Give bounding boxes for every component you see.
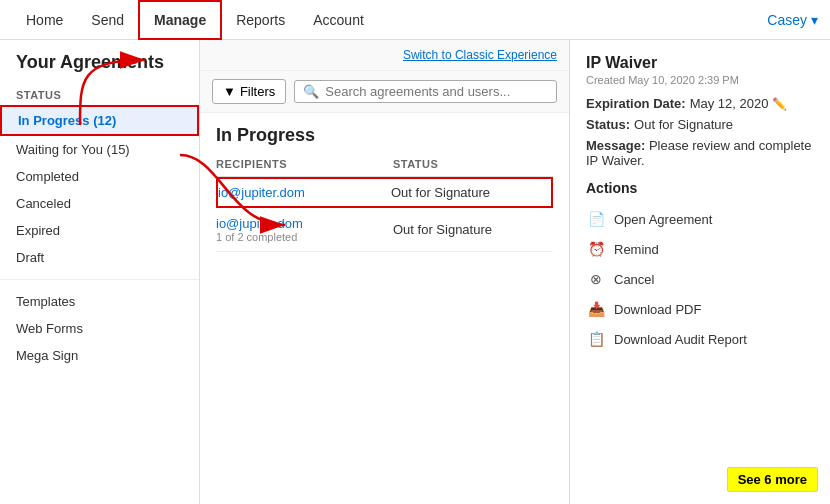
switch-classic-link[interactable]: Switch to Classic Experience xyxy=(403,48,557,62)
agreement-row-1[interactable]: io@jupiter.dom Out for Signature xyxy=(216,177,553,208)
row-status-2: Out for Signature xyxy=(393,222,553,237)
sidebar-item-expired[interactable]: Expired xyxy=(0,217,199,244)
expiration-value: May 12, 2020 xyxy=(690,96,769,111)
search-input[interactable] xyxy=(325,84,548,99)
nav-manage[interactable]: Manage xyxy=(138,0,222,40)
col-header-recipients: RECIPIENTS xyxy=(216,158,393,170)
agreement-row-2[interactable]: io@jupiter.dom 1 of 2 completed Out for … xyxy=(216,208,553,252)
status-section-label: STATUS xyxy=(0,81,199,105)
center-content: In Progress RECIPIENTS STATUS io@jupiter… xyxy=(200,113,569,504)
action-download-pdf[interactable]: 📥 Download PDF xyxy=(586,294,814,324)
remind-icon: ⏰ xyxy=(586,239,606,259)
edit-icon[interactable]: ✏️ xyxy=(772,97,787,111)
action-cancel[interactable]: ⊗ Cancel xyxy=(586,264,814,294)
search-bar[interactable]: 🔍 xyxy=(294,80,557,103)
center-header: Switch to Classic Experience xyxy=(200,40,569,71)
download-pdf-label: Download PDF xyxy=(614,302,701,317)
detail-title: IP Waiver xyxy=(586,54,814,72)
sidebar-item-megasign[interactable]: Mega Sign xyxy=(0,342,199,369)
row-email-1: io@jupiter.dom xyxy=(218,185,391,200)
sidebar-title: Your Agreements xyxy=(0,52,199,81)
sidebar-item-in-progress[interactable]: In Progress (12) xyxy=(0,105,199,136)
nav-send[interactable]: Send xyxy=(77,0,138,40)
sidebar-item-webforms[interactable]: Web Forms xyxy=(0,315,199,342)
sidebar-divider xyxy=(0,279,199,280)
sidebar-item-templates[interactable]: Templates xyxy=(0,288,199,315)
open-agreement-icon: 📄 xyxy=(586,209,606,229)
detail-expiration-row: Expiration Date: May 12, 2020 ✏️ xyxy=(586,96,814,111)
remind-label: Remind xyxy=(614,242,659,257)
top-navigation: Home Send Manage Reports Account Casey xyxy=(0,0,830,40)
nav-reports[interactable]: Reports xyxy=(222,0,299,40)
nav-account[interactable]: Account xyxy=(299,0,378,40)
download-pdf-icon: 📥 xyxy=(586,299,606,319)
filter-button[interactable]: ▼ Filters xyxy=(212,79,286,104)
filter-label: Filters xyxy=(240,84,275,99)
center-panel: Switch to Classic Experience ▼ Filters 🔍… xyxy=(200,40,570,504)
action-download-audit[interactable]: 📋 Download Audit Report xyxy=(586,324,814,354)
section-title: In Progress xyxy=(216,125,553,146)
status-label: Status: xyxy=(586,117,630,132)
col-header-status: STATUS xyxy=(393,158,553,170)
cancel-label: Cancel xyxy=(614,272,654,287)
sidebar-item-waiting[interactable]: Waiting for You (15) xyxy=(0,136,199,163)
sidebar-item-completed[interactable]: Completed xyxy=(0,163,199,190)
detail-message-row: Message: Please review and complete IP W… xyxy=(586,138,814,168)
filter-icon: ▼ xyxy=(223,84,236,99)
user-menu[interactable]: Casey xyxy=(767,12,818,28)
right-panel: IP Waiver Created May 10, 2020 2:39 PM E… xyxy=(570,40,830,504)
message-label: Message: xyxy=(586,138,645,153)
status-value: Out for Signature xyxy=(634,117,733,132)
action-remind[interactable]: ⏰ Remind xyxy=(586,234,814,264)
expiration-label: Expiration Date: xyxy=(586,96,686,111)
download-audit-icon: 📋 xyxy=(586,329,606,349)
cancel-icon: ⊗ xyxy=(586,269,606,289)
main-layout: Your Agreements STATUS In Progress (12) … xyxy=(0,40,830,504)
row-status-1: Out for Signature xyxy=(391,185,551,200)
actions-title: Actions xyxy=(586,180,814,196)
open-agreement-label: Open Agreement xyxy=(614,212,712,227)
sidebar-item-canceled[interactable]: Canceled xyxy=(0,190,199,217)
toolbar-row: ▼ Filters 🔍 xyxy=(200,71,569,113)
download-audit-label: Download Audit Report xyxy=(614,332,747,347)
table-header: RECIPIENTS STATUS xyxy=(216,158,553,177)
see-more-button[interactable]: See 6 more xyxy=(727,467,818,492)
detail-created: Created May 10, 2020 2:39 PM xyxy=(586,74,814,86)
detail-status-row: Status: Out for Signature xyxy=(586,117,814,132)
nav-home[interactable]: Home xyxy=(12,0,77,40)
sidebar: Your Agreements STATUS In Progress (12) … xyxy=(0,40,200,504)
action-open-agreement[interactable]: 📄 Open Agreement xyxy=(586,204,814,234)
row-email-2: io@jupiter.dom 1 of 2 completed xyxy=(216,216,393,243)
sidebar-item-draft[interactable]: Draft xyxy=(0,244,199,271)
search-icon: 🔍 xyxy=(303,84,319,99)
